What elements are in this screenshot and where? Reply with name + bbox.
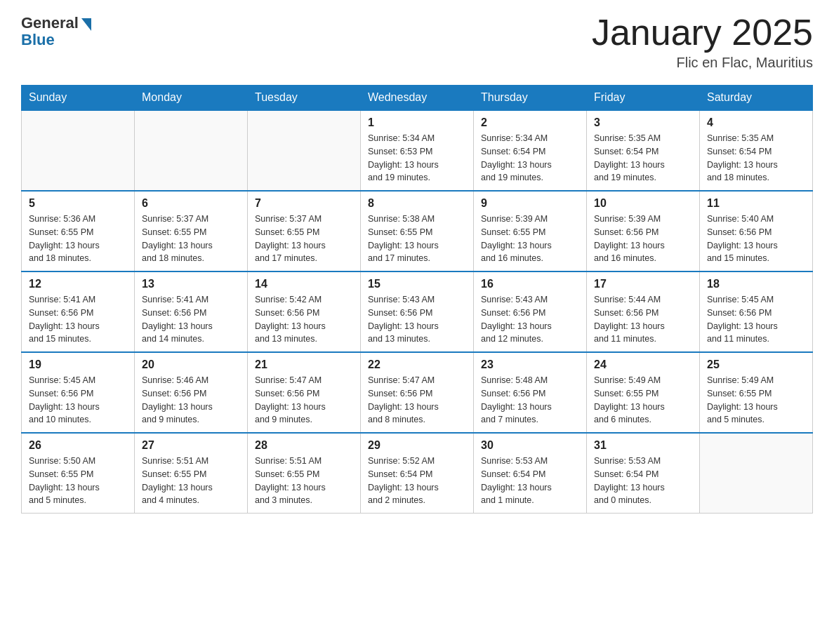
calendar-cell: 26Sunrise: 5:50 AMSunset: 6:55 PMDayligh…	[22, 433, 135, 514]
day-info: Sunrise: 5:51 AMSunset: 6:55 PMDaylight:…	[142, 455, 240, 507]
calendar-cell: 5Sunrise: 5:36 AMSunset: 6:55 PMDaylight…	[22, 191, 135, 271]
day-number: 5	[29, 197, 127, 210]
day-info: Sunrise: 5:34 AMSunset: 6:53 PMDaylight:…	[368, 132, 466, 185]
calendar-cell	[700, 433, 813, 514]
day-info: Sunrise: 5:39 AMSunset: 6:55 PMDaylight:…	[481, 213, 579, 265]
day-info: Sunrise: 5:45 AMSunset: 6:56 PMDaylight:…	[29, 374, 127, 427]
calendar-table: SundayMondayTuesdayWednesdayThursdayFrid…	[21, 85, 813, 514]
calendar-cell: 17Sunrise: 5:44 AMSunset: 6:56 PMDayligh…	[587, 271, 700, 352]
calendar-cell: 30Sunrise: 5:53 AMSunset: 6:54 PMDayligh…	[474, 433, 587, 514]
calendar-week-row: 1Sunrise: 5:34 AMSunset: 6:53 PMDaylight…	[22, 110, 813, 191]
calendar-cell: 7Sunrise: 5:37 AMSunset: 6:55 PMDaylight…	[248, 191, 361, 271]
day-number: 18	[707, 278, 805, 290]
day-number: 1	[368, 116, 466, 129]
logo-general-text: General	[21, 14, 79, 32]
day-number: 30	[481, 439, 579, 452]
day-info: Sunrise: 5:51 AMSunset: 6:55 PMDaylight:…	[255, 455, 353, 507]
calendar-cell: 22Sunrise: 5:47 AMSunset: 6:56 PMDayligh…	[361, 352, 474, 433]
calendar-cell: 24Sunrise: 5:49 AMSunset: 6:55 PMDayligh…	[587, 352, 700, 433]
calendar-day-header: Wednesday	[361, 86, 474, 111]
day-info: Sunrise: 5:34 AMSunset: 6:54 PMDaylight:…	[481, 132, 579, 185]
logo: General Blue	[21, 14, 91, 49]
calendar-cell: 15Sunrise: 5:43 AMSunset: 6:56 PMDayligh…	[361, 271, 474, 352]
calendar-cell	[135, 110, 248, 191]
day-info: Sunrise: 5:49 AMSunset: 6:55 PMDaylight:…	[594, 374, 692, 427]
calendar-cell: 2Sunrise: 5:34 AMSunset: 6:54 PMDaylight…	[474, 110, 587, 191]
day-info: Sunrise: 5:35 AMSunset: 6:54 PMDaylight:…	[707, 132, 805, 185]
calendar-cell: 16Sunrise: 5:43 AMSunset: 6:56 PMDayligh…	[474, 271, 587, 352]
day-info: Sunrise: 5:46 AMSunset: 6:56 PMDaylight:…	[142, 374, 240, 427]
calendar-cell: 20Sunrise: 5:46 AMSunset: 6:56 PMDayligh…	[135, 352, 248, 433]
day-info: Sunrise: 5:53 AMSunset: 6:54 PMDaylight:…	[594, 455, 692, 507]
day-info: Sunrise: 5:53 AMSunset: 6:54 PMDaylight:…	[481, 455, 579, 507]
day-number: 10	[594, 197, 692, 210]
logo-triangle-icon	[81, 18, 91, 31]
calendar-day-header: Thursday	[474, 86, 587, 111]
day-info: Sunrise: 5:50 AMSunset: 6:55 PMDaylight:…	[29, 455, 127, 507]
day-info: Sunrise: 5:45 AMSunset: 6:56 PMDaylight:…	[707, 293, 805, 346]
day-info: Sunrise: 5:42 AMSunset: 6:56 PMDaylight:…	[255, 293, 353, 346]
day-number: 27	[142, 439, 240, 452]
day-info: Sunrise: 5:44 AMSunset: 6:56 PMDaylight:…	[594, 293, 692, 346]
day-number: 11	[707, 197, 805, 210]
day-info: Sunrise: 5:48 AMSunset: 6:56 PMDaylight:…	[481, 374, 579, 427]
day-number: 13	[142, 278, 240, 290]
calendar-day-header: Monday	[135, 86, 248, 111]
day-number: 20	[142, 358, 240, 371]
day-info: Sunrise: 5:43 AMSunset: 6:56 PMDaylight:…	[368, 293, 466, 346]
calendar-cell: 9Sunrise: 5:39 AMSunset: 6:55 PMDaylight…	[474, 191, 587, 271]
day-info: Sunrise: 5:36 AMSunset: 6:55 PMDaylight:…	[29, 213, 127, 265]
day-number: 25	[707, 358, 805, 371]
calendar-cell: 19Sunrise: 5:45 AMSunset: 6:56 PMDayligh…	[22, 352, 135, 433]
calendar-cell: 21Sunrise: 5:47 AMSunset: 6:56 PMDayligh…	[248, 352, 361, 433]
day-info: Sunrise: 5:40 AMSunset: 6:56 PMDaylight:…	[707, 213, 805, 265]
calendar-cell: 12Sunrise: 5:41 AMSunset: 6:56 PMDayligh…	[22, 271, 135, 352]
day-number: 31	[594, 439, 692, 452]
day-number: 2	[481, 116, 579, 129]
day-number: 15	[368, 278, 466, 290]
calendar-header-row: SundayMondayTuesdayWednesdayThursdayFrid…	[22, 86, 813, 111]
logo-blue-text: Blue	[21, 31, 55, 49]
calendar-cell	[248, 110, 361, 191]
day-info: Sunrise: 5:38 AMSunset: 6:55 PMDaylight:…	[368, 213, 466, 265]
calendar-cell	[22, 110, 135, 191]
day-number: 8	[368, 197, 466, 210]
day-number: 29	[368, 439, 466, 452]
day-number: 12	[29, 278, 127, 290]
day-info: Sunrise: 5:39 AMSunset: 6:56 PMDaylight:…	[594, 213, 692, 265]
calendar-cell: 11Sunrise: 5:40 AMSunset: 6:56 PMDayligh…	[700, 191, 813, 271]
title-section: January 2025 Flic en Flac, Mauritius	[592, 14, 813, 71]
day-number: 24	[594, 358, 692, 371]
day-info: Sunrise: 5:47 AMSunset: 6:56 PMDaylight:…	[368, 374, 466, 427]
page-header: General Blue January 2025 Flic en Flac, …	[21, 14, 813, 71]
calendar-cell: 14Sunrise: 5:42 AMSunset: 6:56 PMDayligh…	[248, 271, 361, 352]
day-number: 17	[594, 278, 692, 290]
calendar-cell: 27Sunrise: 5:51 AMSunset: 6:55 PMDayligh…	[135, 433, 248, 514]
day-number: 4	[707, 116, 805, 129]
day-info: Sunrise: 5:41 AMSunset: 6:56 PMDaylight:…	[142, 293, 240, 346]
day-number: 9	[481, 197, 579, 210]
calendar-week-row: 5Sunrise: 5:36 AMSunset: 6:55 PMDaylight…	[22, 191, 813, 271]
calendar-week-row: 26Sunrise: 5:50 AMSunset: 6:55 PMDayligh…	[22, 433, 813, 514]
day-number: 21	[255, 358, 353, 371]
day-number: 16	[481, 278, 579, 290]
day-info: Sunrise: 5:52 AMSunset: 6:54 PMDaylight:…	[368, 455, 466, 507]
calendar-week-row: 19Sunrise: 5:45 AMSunset: 6:56 PMDayligh…	[22, 352, 813, 433]
day-number: 14	[255, 278, 353, 290]
day-info: Sunrise: 5:47 AMSunset: 6:56 PMDaylight:…	[255, 374, 353, 427]
day-info: Sunrise: 5:49 AMSunset: 6:55 PMDaylight:…	[707, 374, 805, 427]
calendar-week-row: 12Sunrise: 5:41 AMSunset: 6:56 PMDayligh…	[22, 271, 813, 352]
day-number: 3	[594, 116, 692, 129]
calendar-cell: 23Sunrise: 5:48 AMSunset: 6:56 PMDayligh…	[474, 352, 587, 433]
calendar-cell: 25Sunrise: 5:49 AMSunset: 6:55 PMDayligh…	[700, 352, 813, 433]
calendar-cell: 10Sunrise: 5:39 AMSunset: 6:56 PMDayligh…	[587, 191, 700, 271]
day-number: 7	[255, 197, 353, 210]
calendar-day-header: Saturday	[700, 86, 813, 111]
calendar-cell: 4Sunrise: 5:35 AMSunset: 6:54 PMDaylight…	[700, 110, 813, 191]
calendar-day-header: Sunday	[22, 86, 135, 111]
day-number: 26	[29, 439, 127, 452]
calendar-cell: 29Sunrise: 5:52 AMSunset: 6:54 PMDayligh…	[361, 433, 474, 514]
day-number: 19	[29, 358, 127, 371]
calendar-cell: 13Sunrise: 5:41 AMSunset: 6:56 PMDayligh…	[135, 271, 248, 352]
calendar-day-header: Friday	[587, 86, 700, 111]
